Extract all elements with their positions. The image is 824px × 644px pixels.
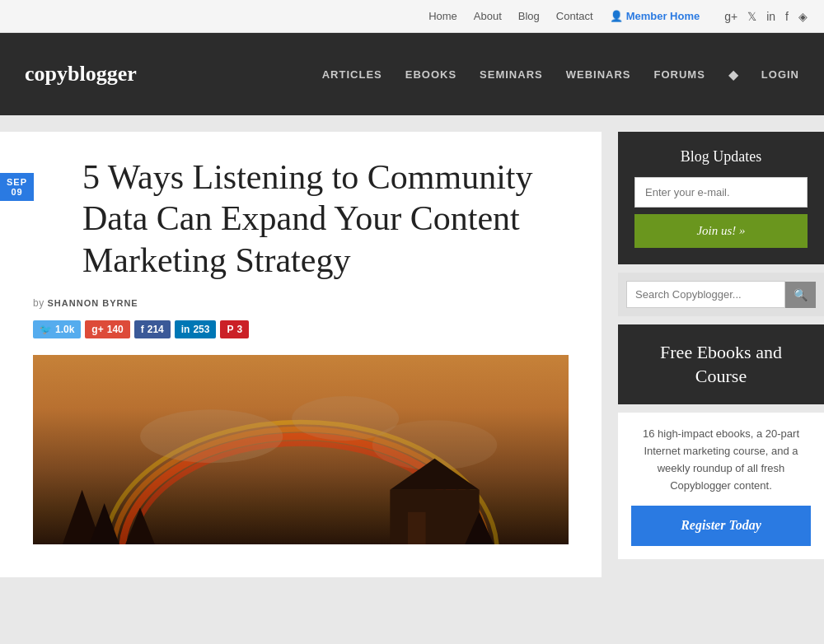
svg-rect-8 bbox=[390, 490, 479, 544]
date-month: SEP bbox=[7, 177, 27, 187]
twitter-share-button[interactable]: 🐦 1.0k bbox=[33, 320, 81, 338]
blog-updates-box: Blog Updates Join us! » bbox=[618, 132, 824, 264]
ebooks-desc-box: 16 high-impact ebooks, a 20-part Interne… bbox=[618, 413, 824, 559]
site-logo[interactable]: copyblogger bbox=[25, 62, 137, 86]
top-nav-member-home[interactable]: 👤 Member Home bbox=[610, 10, 700, 22]
rss-icon[interactable]: ◈ bbox=[798, 10, 808, 23]
twitter-icon[interactable]: 𝕏 bbox=[747, 10, 756, 23]
date-day: 09 bbox=[7, 187, 27, 197]
top-nav-blog[interactable]: Blog bbox=[518, 10, 540, 22]
social-icons-group: g+ 𝕏 in f ◈ bbox=[724, 10, 808, 23]
ebooks-description: 16 high-impact ebooks, a 20-part Interne… bbox=[631, 426, 811, 494]
svg-rect-10 bbox=[408, 512, 426, 544]
diamond-icon: ◆ bbox=[728, 67, 738, 82]
linkedin-icon[interactable]: in bbox=[766, 10, 775, 23]
article-image-svg bbox=[33, 355, 569, 544]
social-share: 🐦 1.0k g+ 140 f 214 in 253 P 3 bbox=[33, 320, 569, 338]
facebook-share-icon: f bbox=[141, 324, 144, 335]
main-article-area: SEP 09 5 Ways Listening to Community Dat… bbox=[0, 132, 602, 577]
author-prefix: by bbox=[33, 297, 44, 309]
nav-ebooks[interactable]: EBOOKS bbox=[405, 68, 456, 81]
nav-seminars[interactable]: SEMINARS bbox=[480, 68, 543, 81]
linkedin-share-button[interactable]: in 253 bbox=[175, 320, 217, 338]
facebook-icon[interactable]: f bbox=[785, 10, 789, 23]
pinterest-share-button[interactable]: P 3 bbox=[220, 320, 249, 338]
author-name: SHANNON BYRNE bbox=[48, 298, 138, 308]
svg-point-5 bbox=[140, 409, 283, 463]
main-header: copyblogger ARTICLES EBOOKS SEMINARS WEB… bbox=[0, 33, 824, 115]
page-content: SEP 09 5 Ways Listening to Community Dat… bbox=[0, 115, 824, 594]
main-nav: ARTICLES EBOOKS SEMINARS WEBINARS FORUMS… bbox=[322, 67, 799, 82]
user-icon: 👤 bbox=[610, 10, 623, 22]
date-badge: SEP 09 bbox=[0, 173, 34, 201]
article-title: 5 Ways Listening to Community Data Can E… bbox=[82, 156, 569, 281]
google-plus-icon[interactable]: g+ bbox=[724, 10, 737, 23]
join-button[interactable]: Join us! » bbox=[634, 214, 808, 248]
top-nav: Home About Blog Contact 👤 Member Home g+… bbox=[0, 0, 824, 33]
top-nav-about[interactable]: About bbox=[474, 10, 502, 22]
facebook-share-button[interactable]: f 214 bbox=[134, 320, 171, 338]
search-box: 🔍 bbox=[618, 273, 824, 316]
linkedin-share-icon: in bbox=[181, 324, 190, 335]
twitter-share-icon: 🐦 bbox=[40, 324, 52, 335]
free-ebooks-box: Free Ebooks and Course bbox=[618, 324, 824, 404]
top-nav-contact[interactable]: Contact bbox=[556, 10, 593, 22]
google-share-button[interactable]: g+ 140 bbox=[85, 320, 129, 338]
top-nav-home[interactable]: Home bbox=[428, 10, 457, 22]
author-line: by SHANNON BYRNE bbox=[33, 297, 569, 309]
google-share-icon: g+ bbox=[91, 324, 103, 335]
search-icon: 🔍 bbox=[794, 288, 808, 301]
free-ebooks-title: Free Ebooks and Course bbox=[634, 341, 808, 388]
nav-login[interactable]: LOGIN bbox=[761, 68, 799, 81]
email-input[interactable] bbox=[634, 177, 808, 208]
sidebar: Blog Updates Join us! » 🔍 Free Ebooks an… bbox=[618, 132, 824, 577]
register-button[interactable]: Register Today bbox=[631, 506, 811, 546]
pinterest-share-icon: P bbox=[227, 324, 233, 335]
nav-articles[interactable]: ARTICLES bbox=[322, 68, 382, 81]
nav-forums[interactable]: FORUMS bbox=[653, 68, 705, 81]
article-image bbox=[33, 355, 569, 544]
blog-updates-title: Blog Updates bbox=[634, 148, 808, 166]
search-input[interactable] bbox=[626, 281, 785, 308]
nav-webinars[interactable]: WEBINARS bbox=[566, 68, 631, 81]
search-button[interactable]: 🔍 bbox=[785, 282, 816, 308]
